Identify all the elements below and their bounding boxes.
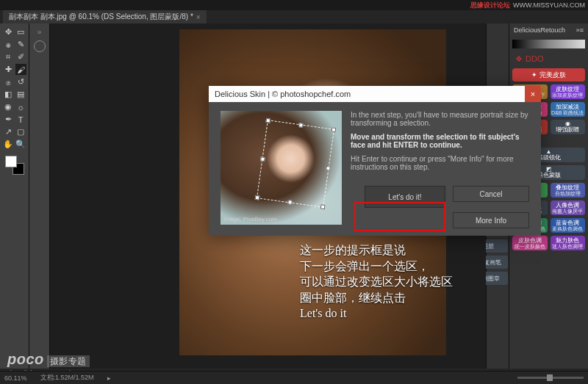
panel-menu-icon[interactable]: »≡: [576, 26, 584, 34]
perfect-skin-button[interactable]: ✦完美皮肤: [512, 68, 585, 81]
skin-tone-button[interactable]: 皮肤色调统一皮肤颜色: [512, 236, 548, 250]
brush-tool[interactable]: 🖌: [15, 64, 26, 75]
document-tabbar: 副本副本 副本.jpg @ 60.1% (DS Selection, 图层蒙版/…: [0, 10, 588, 23]
quick-select-tool[interactable]: ✎: [15, 39, 26, 50]
zoom-slider[interactable]: [517, 377, 584, 379]
pro-badge-label: DDO: [526, 54, 543, 64]
star-icon: ✦: [531, 71, 537, 79]
eyedropper-tool[interactable]: ✐: [15, 51, 26, 62]
tool-options-sidebar: »: [29, 23, 50, 369]
status-bar: 60.11% 文档:1.52M/1.52M ▸: [0, 371, 588, 384]
overlay-texture-button[interactable]: 叠加纹理自动加纹理: [551, 183, 586, 198]
tutorial-annotation: 这一步的提示框是说 下一步会弹出一个选区， 可以通过改变选区大小将选区 圈中脸部…: [300, 242, 453, 322]
cancel-button[interactable]: Cancel: [453, 186, 529, 202]
close-icon[interactable]: ×: [196, 13, 201, 21]
brush-preview[interactable]: [34, 40, 46, 52]
pro-badge-icon: ❖: [515, 54, 523, 64]
gradient-tool[interactable]: ▤: [15, 89, 26, 100]
skin-texture-button[interactable]: 皮肤纹理添加皮肤纹理: [551, 84, 586, 99]
dialog-text-2: Move and transform the selection to fit …: [351, 133, 529, 149]
image-credit: Image: PixaBay.com: [223, 216, 277, 222]
extension-panel-title: DeliciousRetouch: [514, 26, 565, 34]
dialog-text-1: In the next step, you'll have to measure…: [351, 111, 529, 127]
shape-tool[interactable]: ▢: [15, 126, 26, 137]
document-tab[interactable]: 副本副本 副本.jpg @ 60.1% (DS Selection, 图层蒙版/…: [3, 10, 207, 23]
site-watermark: 思缘设计论坛 WWW.MISSYUAN.COM: [470, 0, 588, 10]
doc-info: 文档:1.52M/1.52M: [40, 373, 94, 383]
delicious-skin-dialog: Delicious Skin | © photoshopchef.com × I…: [209, 86, 541, 236]
zoom-tool[interactable]: 🔍: [15, 139, 26, 150]
pen-tool[interactable]: ✒: [3, 114, 14, 125]
document-tab-label: 副本副本 副本.jpg @ 60.1% (DS Selection, 图层蒙版/…: [9, 12, 193, 22]
dialog-text-3: Hit Enter to continue or press "More Inf…: [351, 155, 529, 171]
marquee-tool[interactable]: ▭: [15, 26, 26, 37]
dialog-title: Delicious Skin | © photoshopchef.com: [215, 90, 351, 98]
more-info-button[interactable]: More Info: [453, 212, 529, 228]
path-tool[interactable]: ↗: [3, 126, 14, 137]
enhance-eyes-button[interactable]: ◉增强眼睛: [551, 120, 586, 134]
dialog-close-button[interactable]: ×: [525, 86, 541, 102]
history-brush-tool[interactable]: ↺: [15, 76, 26, 87]
type-tool[interactable]: T: [15, 114, 26, 125]
dodge-burn-button[interactable]: 加深减淡D&B 双曲线法: [551, 102, 586, 117]
chevron-right-icon[interactable]: »: [37, 28, 42, 36]
crop-tool[interactable]: ⌗: [3, 51, 14, 62]
move-tool[interactable]: ✥: [3, 26, 14, 37]
chevron-right-icon[interactable]: ▸: [107, 374, 111, 382]
brush-gradient-row[interactable]: [512, 40, 585, 48]
hand-tool[interactable]: ✋: [3, 139, 14, 150]
tool-palette: ✥▭ ⎈✎ ⌗✐ ✚🖌 ⍟↺ ◧▤ ◉☼ ✒T ↗▢ ✋🔍: [0, 23, 29, 369]
healing-tool[interactable]: ✚: [3, 64, 14, 75]
poco-watermark: poco摄影专题: [7, 351, 90, 368]
charm-skin-button[interactable]: 魅力肤色迷人肤色调理: [551, 236, 586, 250]
dialog-titlebar[interactable]: Delicious Skin | © photoshopchef.com ×: [209, 86, 541, 102]
transform-selection-outline: [257, 120, 334, 208]
lets-do-it-button[interactable]: Let's do it!: [365, 186, 445, 208]
clone-tool[interactable]: ⍟: [3, 76, 14, 87]
dodge-tool[interactable]: ☼: [15, 101, 26, 112]
eraser-tool[interactable]: ◧: [3, 89, 14, 100]
portrait-tone-button[interactable]: 人像色调掩盖人像厌平: [551, 200, 586, 215]
blur-tool[interactable]: ◉: [3, 101, 14, 112]
zoom-value[interactable]: 60.11%: [4, 374, 27, 382]
lasso-tool[interactable]: ⎈: [3, 39, 14, 50]
blue-tone-button[interactable]: 蓝青色调更换肤色调色: [551, 218, 586, 233]
color-swatch[interactable]: [5, 156, 24, 175]
close-icon: ×: [531, 90, 535, 98]
dialog-preview-image: Image: PixaBay.com: [220, 111, 342, 225]
